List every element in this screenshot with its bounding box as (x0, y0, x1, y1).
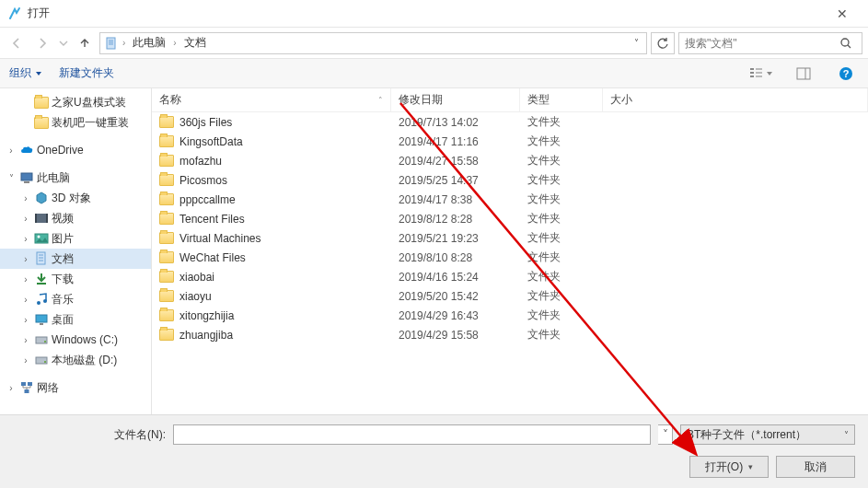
sidebar-item[interactable]: ›本地磁盘 (D:) (0, 350, 151, 370)
sidebar-item[interactable]: 之家U盘模式装 (0, 92, 151, 112)
file-row[interactable]: Virtual Machines2019/5/21 19:23文件夹 (152, 228, 868, 248)
file-row[interactable]: WeChat Files2019/8/10 8:28文件夹 (152, 248, 868, 267)
file-row[interactable]: xiaoyu2019/5/20 15:42文件夹 (152, 286, 868, 306)
tree-caret-icon[interactable]: › (20, 234, 31, 244)
file-date: 2019/8/10 8:28 (391, 251, 520, 264)
sidebar-item[interactable]: ›OneDrive (0, 140, 151, 160)
column-date[interactable]: 修改日期 (391, 88, 520, 111)
sidebar-item[interactable]: ›网络 (0, 378, 151, 398)
sidebar-item[interactable]: 装机吧一键重装 (0, 112, 151, 133)
sidebar-item[interactable]: ›下载 (0, 269, 151, 289)
refresh-button[interactable] (651, 32, 675, 54)
tree-caret-icon[interactable]: › (20, 295, 31, 305)
sidebar-item-label: 此电脑 (37, 170, 151, 186)
filetype-value: BT种子文件（*.torrent） (687, 427, 806, 443)
tree-caret-icon[interactable]: › (20, 355, 31, 366)
file-name: xitongzhijia (179, 309, 234, 322)
svg-rect-19 (35, 214, 37, 223)
folder-icon (159, 135, 174, 147)
file-type: 文件夹 (520, 230, 603, 246)
folder-icon (159, 155, 174, 167)
breadcrumb-pc[interactable]: 此电脑 (129, 35, 169, 51)
sort-asc-icon: ˄ (378, 96, 383, 105)
sidebar-item-label: 下载 (52, 272, 151, 287)
file-row[interactable]: pppccallme2019/4/17 8:38文件夹 (152, 190, 868, 209)
up-button[interactable] (74, 32, 96, 54)
forward-button[interactable] (31, 32, 53, 54)
file-row[interactable]: mofazhu2019/4/27 15:58文件夹 (152, 151, 868, 170)
tree-caret-icon[interactable]: › (20, 214, 31, 224)
file-date: 2019/4/17 8:38 (391, 193, 520, 206)
search-input[interactable] (679, 37, 839, 50)
sidebar-item[interactable]: ›视频 (0, 208, 151, 228)
search-box[interactable] (678, 32, 862, 54)
filename-dropdown[interactable]: ˅ (658, 424, 673, 445)
breadcrumb[interactable]: › 此电脑 › 文档 ˅ (99, 32, 647, 54)
sidebar-item[interactable]: ›音乐 (0, 289, 151, 309)
sidebar-item-label: OneDrive (37, 144, 151, 157)
sidebar-item[interactable]: ›3D 对象 (0, 188, 151, 208)
new-folder-button[interactable]: 新建文件夹 (59, 65, 114, 81)
tree-caret-icon[interactable]: › (20, 315, 31, 325)
file-type: 文件夹 (520, 308, 603, 323)
pc-icon (19, 170, 34, 185)
tree-caret-icon[interactable]: › (20, 193, 31, 203)
help-button[interactable]: ? (833, 64, 859, 84)
svg-rect-30 (36, 315, 47, 322)
open-button[interactable]: 打开(O) ▾ (689, 456, 769, 478)
file-row[interactable]: xiaobai2019/4/16 15:24文件夹 (152, 267, 868, 286)
sidebar-item-label: 3D 对象 (52, 191, 151, 206)
column-type[interactable]: 类型 (520, 88, 603, 111)
svg-text:?: ? (843, 68, 850, 79)
sidebar-item-label: Windows (C:) (52, 333, 151, 346)
tree-caret-icon[interactable]: ˅ (6, 173, 17, 183)
tree-caret-icon[interactable]: › (6, 145, 17, 156)
svg-rect-37 (28, 382, 32, 386)
filename-input[interactable] (173, 424, 651, 445)
close-button[interactable]: ✕ (824, 6, 861, 21)
search-icon[interactable] (839, 37, 862, 50)
file-row[interactable]: 360js Files2019/7/13 14:02文件夹 (152, 112, 868, 132)
file-row[interactable]: xitongzhijia2019/4/29 16:43文件夹 (152, 306, 868, 325)
back-button[interactable] (6, 32, 28, 54)
svg-rect-16 (21, 173, 32, 180)
folder-icon (159, 174, 174, 186)
column-size[interactable]: 大小 (603, 88, 868, 111)
recent-dropdown[interactable] (57, 32, 70, 54)
file-date: 2019/4/29 15:58 (391, 329, 520, 342)
navbar: › 此电脑 › 文档 ˅ (0, 28, 868, 59)
breadcrumb-documents[interactable]: 文档 (180, 35, 210, 51)
tree-caret-icon[interactable]: › (20, 335, 31, 345)
view-options-button[interactable] (748, 64, 774, 84)
sidebar-item[interactable]: ˅此电脑 (0, 168, 151, 188)
toolbar: 组织 新建文件夹 ? (0, 59, 868, 88)
tree-caret-icon[interactable]: › (6, 383, 17, 393)
sidebar-item[interactable]: ›Windows (C:) (0, 330, 151, 350)
file-type: 文件夹 (520, 153, 603, 168)
breadcrumb-dropdown[interactable]: ˅ (631, 38, 642, 48)
file-row[interactable]: zhuangjiba2019/4/29 15:58文件夹 (152, 325, 868, 344)
column-name[interactable]: 名称 ˄ (152, 88, 391, 111)
file-type: 文件夹 (520, 192, 603, 207)
sidebar-item[interactable]: ›文档 (0, 249, 151, 269)
sidebar-item[interactable]: ›桌面 (0, 309, 151, 330)
file-row[interactable]: Tencent Files2019/8/12 8:28文件夹 (152, 209, 868, 228)
organize-button[interactable]: 组织 (9, 65, 42, 81)
network-icon (19, 380, 34, 395)
svg-rect-27 (37, 283, 46, 285)
tree-caret-icon[interactable]: › (20, 254, 31, 264)
file-row[interactable]: Picosmos2019/5/25 14:37文件夹 (152, 170, 868, 190)
sidebar-item-label: 视频 (52, 211, 151, 227)
cancel-button[interactable]: 取消 (776, 456, 855, 478)
preview-pane-button[interactable] (791, 64, 816, 84)
file-name: WeChat Files (179, 251, 246, 264)
filetype-select[interactable]: BT种子文件（*.torrent） ˅ (680, 424, 855, 445)
tree-caret-icon[interactable]: › (20, 274, 31, 285)
sidebar-item[interactable]: ›图片 (0, 228, 151, 249)
folder-icon (159, 232, 174, 244)
download-icon (34, 272, 49, 286)
svg-rect-12 (797, 68, 810, 79)
sidebar[interactable]: 之家U盘模式装装机吧一键重装›OneDrive˅此电脑›3D 对象›视频›图片›… (0, 88, 152, 414)
file-type: 文件夹 (520, 211, 603, 227)
file-row[interactable]: KingsoftData2019/4/17 11:16文件夹 (152, 132, 868, 151)
